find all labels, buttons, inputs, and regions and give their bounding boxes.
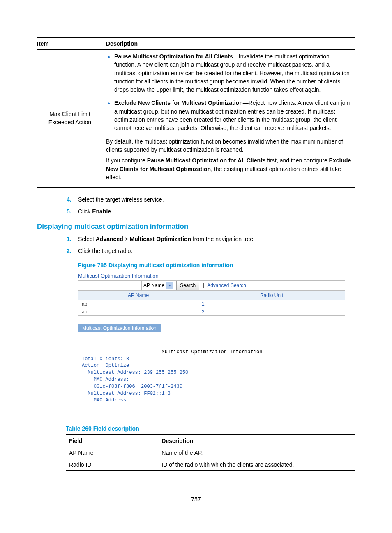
- table-row[interactable]: ap 2: [78, 308, 345, 316]
- search-input[interactable]: [78, 281, 142, 290]
- para-default: By default, the multicast optimization f…: [106, 137, 352, 154]
- info-tab[interactable]: Multicast Optimization Information: [78, 324, 161, 332]
- para-configure-both: If you configure Pause Multicast Optimiz…: [106, 156, 352, 181]
- table-caption: Table 260 Field description: [66, 425, 355, 432]
- item-description: Pause Multicast Optimization for All Cli…: [106, 50, 355, 188]
- col-desc-header: Description: [106, 37, 355, 50]
- info-center-title: Multicast Optimization Information: [82, 349, 342, 356]
- field-row: AP Name Name of the AP.: [66, 447, 355, 459]
- screenshot-title: Multicast Optimization Information: [78, 271, 345, 281]
- step-2: 2. Click the target radio.: [78, 247, 355, 255]
- advanced-search-link[interactable]: Advanced Search: [203, 283, 246, 288]
- field-description-table: Field Description AP Name Name of the AP…: [66, 434, 355, 471]
- bullet-1: Pause Multicast Optimization for All Cli…: [114, 52, 352, 94]
- section-heading: Displaying multicast optimization inform…: [37, 222, 355, 231]
- filter-select[interactable]: AP Name ▾: [142, 281, 175, 290]
- search-button[interactable]: Search: [176, 281, 199, 290]
- info-body-text: Total clients: 3 Action: Optimize Multic…: [82, 356, 188, 403]
- field-row: Radio ID ID of the radio with which the …: [66, 459, 355, 471]
- main-description-table: Item Description Max Client Limit Exceed…: [37, 37, 355, 188]
- col-radio-unit: Radio Unit: [198, 291, 345, 300]
- info-panel: Multicast Optimization Information Multi…: [78, 324, 346, 415]
- page-number: 757: [37, 496, 355, 503]
- steps-continue: 4. Select the target wireless service. 5…: [37, 195, 355, 216]
- chevron-down-icon: ▾: [166, 282, 173, 289]
- figure-caption: Figure 785 Displaying multicast optimiza…: [78, 262, 355, 269]
- steps-display: 1. Select Advanced > Multicast Optimizat…: [37, 235, 355, 255]
- step-4: 4. Select the target wireless service.: [78, 195, 355, 204]
- bullet-2: Exclude New Clients for Multicast Optimi…: [114, 99, 352, 132]
- col-field: Field: [66, 435, 158, 447]
- ap-radio-table: AP Name Radio Unit ap 1 ap 2: [78, 290, 345, 316]
- col-ap-name: AP Name: [78, 291, 198, 300]
- search-bar: AP Name ▾ Search Advanced Search: [78, 281, 345, 290]
- col-item-header: Item: [37, 37, 106, 50]
- item-label: Max Client Limit Exceeded Action: [37, 50, 106, 188]
- step-5: 5. Click Enable.: [78, 207, 355, 216]
- col-description: Description: [158, 435, 355, 447]
- screenshot-panel: Multicast Optimization Information AP Na…: [78, 271, 355, 316]
- step-1: 1. Select Advanced > Multicast Optimizat…: [78, 235, 355, 243]
- table-row[interactable]: ap 1: [78, 300, 345, 308]
